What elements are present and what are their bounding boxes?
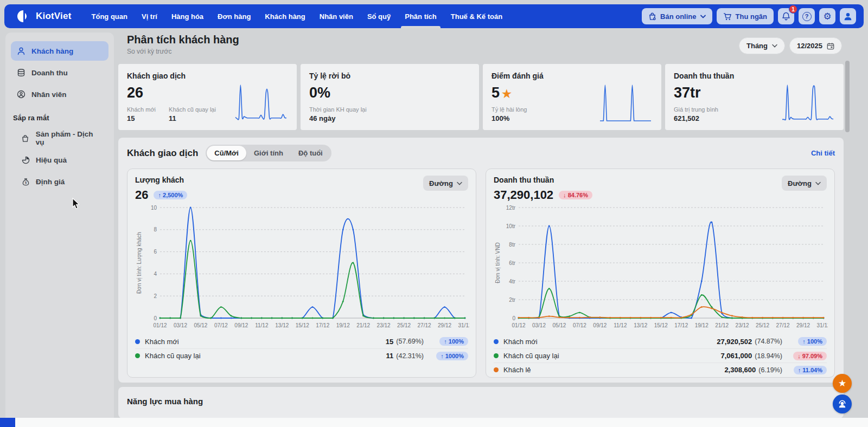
sidebar-item-san-pham-dich-vu[interactable]: Sản phẩm - Dịch vụ: [11, 128, 108, 148]
svg-text:27/12: 27/12: [418, 322, 431, 328]
bottom-corner: [0, 418, 15, 427]
page-subtitle: So với kỳ trước: [127, 48, 239, 55]
loyalty-star-fab[interactable]: ★: [833, 374, 852, 393]
kpi-sub-value: 621,502: [674, 114, 718, 122]
thu-ngan-button[interactable]: Thu ngân: [717, 8, 774, 24]
chart-value: 26: [135, 188, 148, 202]
account-button[interactable]: [840, 8, 856, 24]
sidebar-item-hieu-qua[interactable]: Hiệu quả: [11, 150, 108, 170]
svg-text:8tr: 8tr: [509, 242, 515, 248]
nav-right-controls: Bán online Thu ngân 1 ? ⚙: [642, 8, 858, 24]
line-chart-luong-khach: 024681001/1203/1205/1207/1209/1211/1213/…: [135, 202, 469, 331]
settings-button[interactable]: ⚙: [819, 8, 835, 24]
sidebar-item-doanh-thu[interactable]: Doanh thu: [11, 63, 108, 82]
svg-text:01/12: 01/12: [153, 322, 167, 328]
staff-icon: [16, 89, 26, 99]
sidebar: Khách hàng Doanh thu Nhân viên Sắp ra mắ…: [5, 33, 114, 418]
notifications-button[interactable]: 1: [778, 8, 794, 24]
notification-badge: 1: [789, 5, 797, 14]
detail-link[interactable]: Chi tiết: [811, 149, 835, 157]
sidebar-item-nhan-vien[interactable]: Nhân viên: [11, 85, 108, 104]
change-badge: ↑ 11.04%: [794, 366, 827, 374]
active-tab-underline: [401, 26, 441, 28]
nav-item-vi-tri[interactable]: Vị trí: [135, 4, 164, 28]
legend-item-khach-cu[interactable]: Khách cũ quay lại 11 (42.31%) ↑ 1000%: [135, 348, 468, 363]
change-badge: ↓ 84.76%: [559, 191, 592, 199]
svg-text:13/12: 13/12: [275, 322, 289, 328]
kpi-card-doanh-thu-thuan[interactable]: Doanh thu thuần 37tr Giá trị trung bình6…: [665, 64, 844, 130]
page-title: Phân tích khách hàng: [127, 34, 239, 46]
period-selector[interactable]: Tháng: [739, 37, 785, 54]
customer-icon: [16, 46, 26, 56]
money-bag-icon: $: [21, 177, 30, 186]
svg-text:31/12: 31/12: [458, 322, 469, 328]
line-chart-doanh-thu: 02tr4tr6tr8tr10tr12tr01/1203/1205/1207/1…: [494, 202, 828, 331]
kpi-title: Doanh thu thuần: [674, 72, 835, 80]
svg-text:Đơn vị tính: VND: Đơn vị tính: VND: [495, 242, 501, 283]
vertical-scrollbar-thumb[interactable]: [845, 61, 850, 132]
sidebar-item-dinh-gia[interactable]: $ Định giá: [11, 172, 108, 191]
nav-item-khach-hang[interactable]: Khách hàng: [258, 4, 312, 28]
nav-item-phan-tich-active[interactable]: Phân tích: [398, 4, 444, 28]
product-bag-icon: [21, 133, 30, 143]
svg-text:0: 0: [154, 315, 157, 321]
change-badge: ↑ 100%: [439, 337, 468, 346]
chart-value: 37,290,102: [494, 188, 553, 202]
svg-text:10: 10: [151, 205, 157, 211]
svg-text:12tr: 12tr: [506, 205, 516, 211]
svg-text:03/12: 03/12: [174, 322, 187, 328]
svg-text:13/12: 13/12: [634, 322, 647, 328]
nav-item-nhan-vien[interactable]: Nhân viên: [312, 4, 360, 28]
chart-mode-selector[interactable]: Đường: [782, 176, 827, 191]
chevron-down-icon: [815, 182, 821, 185]
svg-text:05/12: 05/12: [194, 322, 207, 328]
tab-gioi-tinh[interactable]: Giới tính: [246, 146, 291, 160]
nav-item-don-hang[interactable]: Đơn hàng: [210, 4, 258, 28]
kpi-card-khach-giao-dich[interactable]: Khách giao dịch 26 Khách mới15 Khách cũ …: [118, 64, 297, 130]
kpi-sub-label: Tỷ lệ hài lòng: [492, 106, 527, 113]
kiotviet-logo[interactable]: KiotViet: [10, 9, 77, 23]
sidebar-item-khach-hang[interactable]: Khách hàng: [11, 41, 108, 61]
legend-item-khach-le[interactable]: Khách lẻ 2,308,600 (6.19%) ↑ 11.04%: [494, 363, 827, 377]
chevron-down-icon: [457, 182, 462, 185]
legend-item-khach-moi[interactable]: Khách mới 15 (57.69%) ↑ 100%: [135, 334, 468, 348]
nav-item-hang-hoa[interactable]: Hàng hóa: [164, 4, 210, 28]
kpi-value: 0%: [309, 85, 470, 101]
svg-text:2: 2: [154, 293, 157, 299]
chart-mode-selector[interactable]: Đường: [423, 176, 468, 191]
change-badge: ↑ 100%: [798, 337, 827, 346]
kpi-title: Điểm đánh giá: [492, 72, 653, 80]
kpi-sub-value: 46 ngày: [309, 114, 367, 122]
user-avatar-icon: [843, 11, 853, 21]
nav-item-thue-ke-toan[interactable]: Thuế & Kế toán: [444, 4, 509, 28]
date-picker[interactable]: 12/2025: [789, 37, 842, 54]
sparkline-chart: [234, 83, 288, 122]
tab-cu-moi[interactable]: Cũ/Mới: [207, 146, 246, 160]
svg-text:25/12: 25/12: [756, 322, 769, 328]
kpi-row: Khách giao dịch 26 Khách mới15 Khách cũ …: [118, 64, 844, 130]
svg-text:6tr: 6tr: [509, 260, 515, 266]
chevron-down-icon: [700, 15, 706, 18]
nav-item-tong-quan[interactable]: Tổng quan: [85, 4, 135, 28]
kpi-title: Khách giao dịch: [127, 72, 288, 80]
revenue-coins-icon: [16, 68, 26, 77]
svg-text:$: $: [24, 181, 27, 184]
tab-do-tuoi[interactable]: Độ tuổi: [291, 146, 330, 160]
ban-online-button[interactable]: Bán online: [642, 8, 712, 24]
help-button[interactable]: ?: [799, 8, 815, 24]
pie-chart-icon: [21, 155, 30, 165]
svg-text:31/12: 31/12: [816, 322, 828, 328]
kpi-card-ty-le-roi-bo[interactable]: Tỷ lệ rời bỏ 0% Thời gian KH quay lại46 …: [301, 64, 479, 130]
bottom-strip: [15, 418, 868, 427]
kpi-card-diem-danh-gia[interactable]: Điểm đánh giá 5★ Tỷ lệ hài lòng100%: [483, 64, 661, 130]
kpi-sub-value: 15: [127, 114, 156, 122]
change-badge: ↑ 2,500%: [154, 191, 187, 199]
svg-text:23/12: 23/12: [736, 322, 749, 328]
legend-item-khach-moi[interactable]: Khách mới 27,920,502 (74.87%) ↑ 100%: [494, 334, 827, 348]
legend-item-khach-cu[interactable]: Khách cũ quay lại 7,061,000 (18.94%) ↓ 9…: [494, 348, 827, 363]
svg-text:17/12: 17/12: [316, 322, 329, 328]
nav-item-so-quy[interactable]: Sổ quỹ: [360, 4, 398, 28]
kpi-sub-label: Khách mới: [127, 106, 156, 113]
svg-text:21/12: 21/12: [356, 322, 370, 328]
support-fab[interactable]: [833, 394, 852, 413]
